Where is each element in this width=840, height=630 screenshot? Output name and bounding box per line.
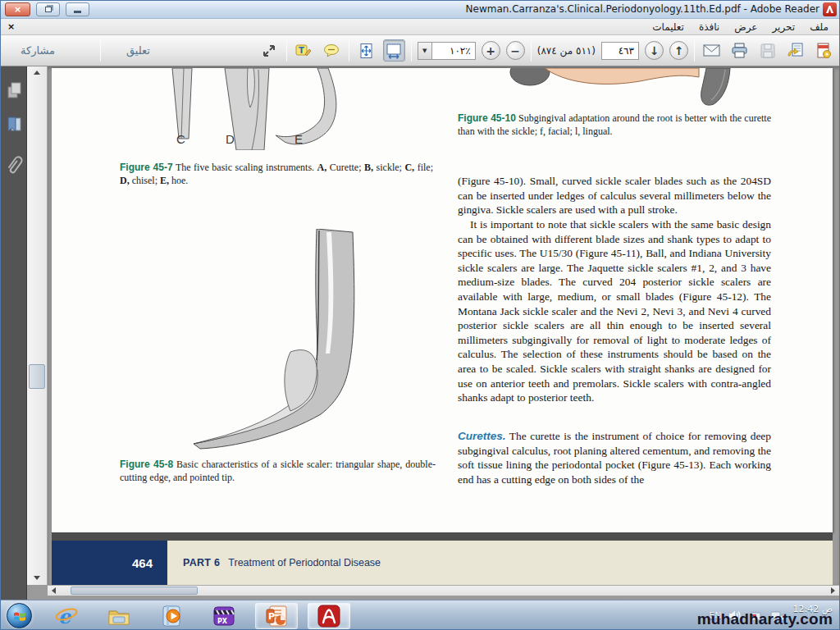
taskbar-powerpoint[interactable]: P: [255, 603, 298, 629]
figure-45-8-caption: Figure 45-8 Basic characteristics of a s…: [120, 459, 436, 484]
svg-text:P: P: [268, 611, 275, 622]
document-viewport[interactable]: C D E Figure 45-7 The five basic scaling…: [48, 66, 840, 585]
scroll-down-button[interactable]: [29, 573, 45, 583]
triangle-left-icon: [52, 587, 56, 594]
menu-help[interactable]: تعليمات: [645, 21, 692, 33]
taskbar-internet-explorer[interactable]: e: [51, 603, 82, 629]
figure-45-7-caption: Figure 45-7 The five basic scaling instr…: [120, 162, 433, 187]
taskbar-potplayer[interactable]: PX: [208, 603, 240, 629]
toolbar-separator: [531, 40, 532, 62]
comment-button[interactable]: تعليق: [121, 42, 155, 59]
window-controls: ×: [5, 2, 89, 16]
menu-bar: × ملف تحرير عرض نافذة تعليمات: [1, 19, 840, 35]
toolbar-separator: [694, 40, 695, 62]
figure-label-c: C: [176, 132, 185, 146]
toolbar-separator: [349, 40, 349, 62]
taskbar-windows-explorer[interactable]: [103, 603, 135, 629]
menu-edit[interactable]: تحرير: [765, 21, 803, 33]
figure-45-8-caption-title: Figure 45-8: [120, 459, 173, 470]
horizontal-scrollbar[interactable]: [48, 585, 840, 596]
scroll-left-button[interactable]: [48, 586, 59, 596]
export-document-icon: [787, 43, 804, 59]
save-button[interactable]: [756, 39, 778, 62]
caption-text: The five basic scaling instruments.: [173, 162, 317, 173]
caption-bold: B,: [364, 162, 373, 173]
zoom-in-button[interactable]: +: [482, 41, 500, 60]
curettes-paragraph: Curettes. The curette is the instrument …: [458, 429, 771, 486]
caption-bold: A,: [317, 162, 327, 173]
fullscreen-button[interactable]: [258, 39, 281, 62]
part-title: Treatment of Periodontal Disease: [228, 557, 381, 568]
document-tools-icon: [815, 43, 832, 59]
horizontal-scroll-thumb[interactable]: [71, 587, 198, 595]
export-pdf-button[interactable]: [784, 39, 806, 62]
print-button[interactable]: [728, 39, 751, 62]
zoom-level-field[interactable]: ١٠٢٪: [431, 42, 476, 60]
vertical-scrollbar[interactable]: [27, 66, 48, 585]
toolbar-separator: [411, 40, 412, 62]
adobe-reader-app-icon: [823, 2, 837, 16]
fit-width-button[interactable]: [383, 39, 405, 62]
folder-icon: [107, 605, 131, 627]
email-button[interactable]: [701, 39, 723, 62]
caption-text: sickle;: [373, 162, 404, 173]
figure-45-7-caption-title: Figure 45-7: [120, 162, 173, 173]
menu-window[interactable]: نافذة: [692, 21, 727, 33]
figure-45-7-illustration: [161, 68, 374, 150]
page-number-field[interactable]: ٤٦٣: [601, 42, 639, 60]
toolbar: مشاركة تعليق T: [1, 35, 840, 66]
body-paragraph-2: It is important to note that sickle scal…: [458, 217, 771, 405]
sticky-note-button[interactable]: [321, 39, 343, 62]
window-title: Newman.Carranza's.Clinical.Periodonyolog…: [466, 3, 819, 15]
taskbar-media-player[interactable]: [156, 603, 187, 629]
internet-explorer-icon: e: [54, 605, 79, 628]
triangle-up-icon: [34, 71, 40, 75]
menu-items: ملف تحرير عرض نافذة تعليمات: [645, 19, 836, 35]
zoom-out-button[interactable]: −: [506, 41, 525, 60]
figure-45-8-illustration: [185, 229, 378, 457]
minimize-button[interactable]: [66, 2, 89, 16]
page-gap: [52, 532, 833, 541]
svg-text:T: T: [299, 46, 304, 55]
vertical-scroll-thumb[interactable]: [29, 364, 45, 389]
start-button[interactable]: [7, 603, 32, 628]
caption-bold: D,: [120, 175, 130, 186]
previous-page-button[interactable]: ↑: [669, 41, 688, 60]
toolbar-separator: [100, 40, 101, 62]
menu-file[interactable]: ملف: [802, 21, 836, 33]
menu-view[interactable]: عرض: [727, 21, 765, 33]
attachments-button[interactable]: [1, 150, 27, 178]
close-button[interactable]: ×: [5, 2, 30, 16]
plus-icon: +: [486, 45, 495, 57]
taskbar-adobe-reader[interactable]: [308, 603, 350, 629]
windows-media-player-icon: [160, 605, 183, 628]
highlight-text-button[interactable]: T: [293, 39, 315, 62]
bookmarks-icon: [5, 116, 23, 134]
close-icon: ×: [14, 4, 21, 15]
arrow-up-icon: ↑: [674, 45, 684, 57]
save-icon: [760, 43, 775, 58]
share-button[interactable]: مشاركة: [16, 42, 60, 59]
tools-button[interactable]: [812, 39, 834, 62]
caption-text: hoe.: [169, 175, 188, 186]
restore-button[interactable]: [36, 2, 60, 16]
bookmarks-button[interactable]: [1, 111, 27, 139]
scroll-up-button[interactable]: [29, 67, 45, 78]
menubar-close-icon[interactable]: ×: [7, 21, 15, 32]
envelope-icon: [703, 44, 720, 57]
adobe-reader-icon: [317, 604, 341, 628]
page-thumbnails-button[interactable]: [1, 76, 27, 104]
fit-page-button[interactable]: [355, 39, 377, 62]
minimize-icon: [74, 11, 81, 13]
curettes-heading: Curettes.: [458, 430, 506, 442]
scroll-right-button[interactable]: [828, 586, 838, 596]
minus-icon: −: [510, 45, 520, 57]
paperclip-icon: [4, 153, 24, 175]
printer-icon: [731, 43, 748, 58]
zoom-dropdown-button[interactable]: ▼: [418, 42, 431, 60]
adobe-reader-window: × Newman.Carranza's.Clinical.Periodonyol…: [0, 0, 840, 630]
next-page-button[interactable]: ↓: [645, 41, 664, 60]
svg-text:e: e: [58, 605, 72, 628]
diagonal-arrows-icon: [262, 43, 276, 58]
zoom-control: ▼ ١٠٢٪: [418, 42, 476, 60]
